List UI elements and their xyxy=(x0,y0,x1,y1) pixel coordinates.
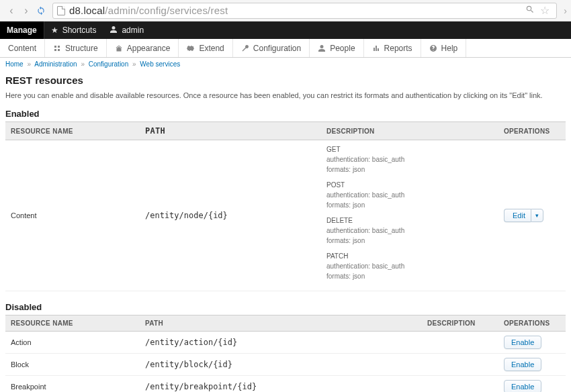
url-bar[interactable]: d8.local/admin/config/services/rest ☆ xyxy=(52,3,557,19)
breadcrumb: Home » Administration » Configuration » … xyxy=(0,58,571,70)
enabled-table: RESOURCE NAME PATH DESCRIPTION OPERATION… xyxy=(5,121,566,291)
cell-description: GET authentication: basic_auth formats: … xyxy=(321,140,498,291)
cell-resource-name: Content xyxy=(5,140,140,291)
chevron-right-icon[interactable]: › xyxy=(564,5,567,16)
help-icon xyxy=(429,44,437,52)
extend-icon xyxy=(187,44,195,52)
th-description: DESCRIPTION xyxy=(422,315,498,332)
reload-button[interactable] xyxy=(35,5,47,17)
tab-configuration[interactable]: Configuration xyxy=(233,39,310,57)
section-disabled-heading: Disabled xyxy=(5,302,566,312)
page-title: REST resources xyxy=(5,75,566,86)
page-description: Here you can enable and disable availabl… xyxy=(5,91,566,99)
user-icon xyxy=(109,26,118,36)
breadcrumb-webservices[interactable]: Web services xyxy=(140,60,180,68)
enable-button[interactable]: Enable xyxy=(504,358,541,371)
star-icon: ★ xyxy=(51,26,58,35)
breadcrumb-home[interactable]: Home xyxy=(5,60,24,68)
edit-button[interactable]: Edit xyxy=(504,209,531,222)
bookmark-star-icon[interactable]: ☆ xyxy=(540,4,550,17)
browser-chrome: ‹ › d8.local/admin/config/services/rest … xyxy=(0,0,571,21)
wrench-icon xyxy=(241,44,249,52)
table-row: Content /entity/node/{id} GET authentica… xyxy=(5,140,566,291)
back-button[interactable]: ‹ xyxy=(5,5,17,17)
reload-icon xyxy=(36,6,46,15)
caret-down-icon: ▾ xyxy=(535,212,539,219)
th-path: PATH xyxy=(140,315,422,332)
tab-appearance[interactable]: Appearance xyxy=(107,39,179,57)
cell-resource-name: Action xyxy=(5,332,140,354)
shortcuts-tab[interactable]: ★ Shortcuts xyxy=(44,21,103,39)
cell-path: /entity/breakpoint/{id} xyxy=(140,376,422,393)
th-resource-name: RESOURCE NAME xyxy=(5,315,140,332)
edit-dropdown-toggle[interactable]: ▾ xyxy=(531,209,543,222)
url-text: d8.local/admin/config/services/rest xyxy=(69,5,228,16)
site-icon xyxy=(57,6,65,15)
th-resource-name: RESOURCE NAME xyxy=(5,122,140,140)
breadcrumb-administration[interactable]: Administration xyxy=(34,60,77,68)
th-operations: OPERATIONS xyxy=(498,315,566,332)
tab-help[interactable]: Help xyxy=(421,39,467,57)
th-description: DESCRIPTION xyxy=(321,122,498,140)
appearance-icon xyxy=(115,44,123,52)
tab-structure[interactable]: Structure xyxy=(45,39,107,57)
tab-people[interactable]: People xyxy=(310,39,363,57)
cell-path: /entity/node/{id} xyxy=(140,140,321,291)
breadcrumb-configuration[interactable]: Configuration xyxy=(89,60,128,68)
admin-menu: Content Structure Appearance Extend Conf… xyxy=(0,39,571,58)
cell-operations: Enable xyxy=(498,354,566,376)
tab-extend[interactable]: Extend xyxy=(179,39,232,57)
forward-button[interactable]: › xyxy=(20,5,32,17)
enable-button[interactable]: Enable xyxy=(504,380,541,392)
table-row: Action/entity/action/{id}Enable xyxy=(5,332,566,354)
cell-operations: Enable xyxy=(498,376,566,393)
cell-resource-name: Block xyxy=(5,354,140,376)
table-row: Block/entity/block/{id}Enable xyxy=(5,354,566,376)
disabled-table: RESOURCE NAME PATH DESCRIPTION OPERATION… xyxy=(5,315,566,392)
cell-description xyxy=(422,376,498,393)
enable-button[interactable]: Enable xyxy=(504,336,541,349)
cell-operations: Edit ▾ xyxy=(498,140,566,291)
manage-tab[interactable]: Manage xyxy=(0,21,44,39)
tab-content[interactable]: Content xyxy=(0,39,45,57)
cell-description xyxy=(422,332,498,354)
zoom-icon[interactable] xyxy=(525,5,535,16)
reports-icon xyxy=(372,44,380,52)
section-enabled-heading: Enabled xyxy=(5,109,566,119)
th-operations: OPERATIONS xyxy=(498,122,566,140)
cell-operations: Enable xyxy=(498,332,566,354)
people-icon xyxy=(318,44,326,52)
admin-toolbar: Manage ★ Shortcuts admin xyxy=(0,21,571,39)
cell-resource-name: Breakpoint xyxy=(5,376,140,393)
cell-path: /entity/action/{id} xyxy=(140,332,422,354)
cell-description xyxy=(422,354,498,376)
th-path: PATH xyxy=(140,122,321,140)
structure-icon xyxy=(53,44,61,52)
cell-path: /entity/block/{id} xyxy=(140,354,422,376)
table-row: Breakpoint/entity/breakpoint/{id}Enable xyxy=(5,376,566,393)
tab-reports[interactable]: Reports xyxy=(364,39,421,57)
user-tab[interactable]: admin xyxy=(103,21,150,39)
